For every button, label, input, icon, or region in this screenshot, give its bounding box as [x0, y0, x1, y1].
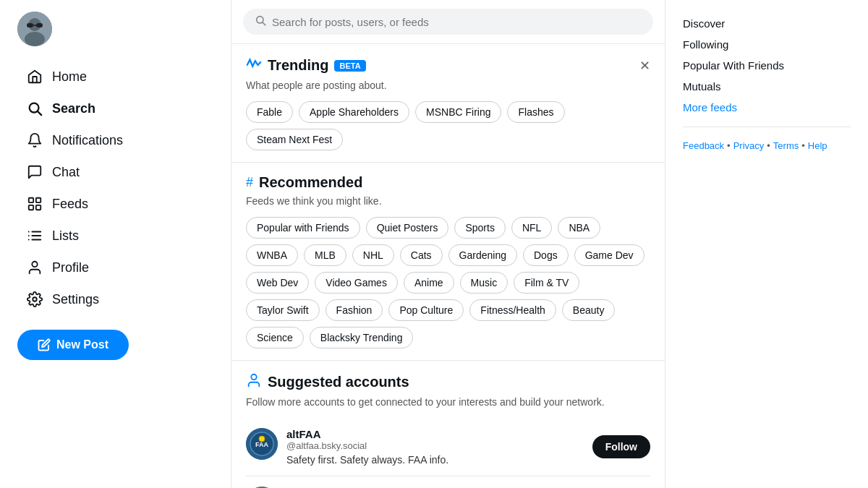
- search-input[interactable]: [272, 16, 642, 28]
- rec-pill-13[interactable]: Video Games: [315, 272, 398, 294]
- trending-header: Trending BETA ✕: [246, 56, 650, 75]
- rec-pill-23[interactable]: Blacksky Trending: [310, 327, 414, 348]
- suggested-header: Suggested accounts: [246, 372, 650, 392]
- main-nav: Home Search Notifications: [17, 61, 132, 315]
- right-link-following[interactable]: Following: [683, 35, 851, 53]
- rec-pill-11[interactable]: Game Dev: [574, 244, 644, 266]
- chat-icon: [26, 163, 43, 181]
- sidebar-label-search: Search: [52, 101, 95, 116]
- trending-title-group: Trending BETA: [246, 56, 366, 75]
- avatar: [17, 12, 52, 46]
- right-link-popular-friends[interactable]: Popular With Friends: [683, 56, 851, 74]
- trending-pill-steam[interactable]: Steam Next Fest: [246, 129, 343, 150]
- feeds-icon: [26, 195, 43, 213]
- rec-pill-20[interactable]: Fitness/Health: [469, 299, 556, 321]
- trending-pill-apple[interactable]: Apple Shareholders: [299, 101, 409, 123]
- rec-pill-10[interactable]: Dogs: [523, 244, 569, 266]
- right-link-discover[interactable]: Discover: [683, 14, 851, 33]
- suggested-title: Suggested accounts: [268, 374, 409, 390]
- rec-pill-19[interactable]: Pop Culture: [388, 299, 464, 321]
- account-card-1: Midwest Hiker @bladezmom.bsky.social Out…: [246, 476, 650, 488]
- svg-text:FAA: FAA: [255, 441, 269, 448]
- rec-pill-1[interactable]: Quiet Posters: [366, 217, 449, 239]
- svg-point-2: [25, 32, 45, 46]
- account-info-0: altFAA @altfaa.bsky.social Safety first.…: [286, 428, 584, 466]
- sidebar-label-notifications: Notifications: [52, 133, 123, 148]
- search-bar-wrap: [231, 0, 665, 44]
- sidebar-item-search[interactable]: Search: [17, 93, 132, 124]
- footer-separator-3: •: [801, 140, 805, 151]
- svg-line-21: [263, 22, 265, 25]
- svg-rect-9: [36, 198, 41, 202]
- trending-subtitle: What people are posting about.: [246, 80, 650, 91]
- sidebar-label-chat: Chat: [52, 165, 80, 180]
- new-post-button[interactable]: New Post: [17, 330, 129, 360]
- trending-pill-flashes[interactable]: Flashes: [507, 101, 564, 123]
- account-card-0: FAA altFAA @altfaa.bsky.social Safety fi…: [246, 418, 650, 476]
- right-link-more-feeds[interactable]: More feeds: [683, 98, 851, 116]
- right-link-mutuals[interactable]: Mutuals: [683, 77, 851, 95]
- right-sidebar: Discover Following Popular With Friends …: [665, 0, 868, 488]
- home-icon: [26, 68, 43, 85]
- trending-pill-fable[interactable]: Fable: [246, 101, 293, 123]
- footer-privacy-link[interactable]: Privacy: [733, 140, 765, 151]
- rec-pill-5[interactable]: WNBA: [246, 244, 298, 266]
- account-name-0: altFAA: [286, 428, 584, 440]
- account-handle-0: @altfaa.bsky.social: [286, 440, 584, 451]
- rec-pill-17[interactable]: Taylor Swift: [246, 299, 320, 321]
- sidebar-item-home[interactable]: Home: [17, 61, 132, 93]
- lists-icon: [26, 227, 43, 244]
- search-bar[interactable]: [243, 9, 653, 35]
- rec-pill-12[interactable]: Web Dev: [246, 272, 309, 294]
- sidebar-label-profile: Profile: [52, 260, 89, 275]
- rec-pill-8[interactable]: Cats: [400, 244, 443, 266]
- rec-pill-3[interactable]: NFL: [511, 217, 552, 239]
- trending-pill-msnbc[interactable]: MSNBC Firing: [415, 101, 501, 123]
- rec-pill-18[interactable]: Fashion: [326, 299, 383, 321]
- sidebar-item-settings[interactable]: Settings: [17, 283, 132, 315]
- recommended-pills: Popular with Friends Quiet Posters Sport…: [246, 217, 650, 348]
- svg-rect-11: [36, 205, 41, 210]
- suggested-subtitle: Follow more accounts to get connected to…: [246, 396, 650, 408]
- svg-point-26: [259, 436, 265, 442]
- rec-pill-14[interactable]: Anime: [404, 272, 454, 294]
- account-avatar-0[interactable]: FAA: [246, 428, 278, 460]
- search-icon: [26, 100, 43, 117]
- left-sidebar: Home Search Notifications: [0, 0, 231, 488]
- svg-line-7: [38, 111, 41, 115]
- user-avatar-wrap[interactable]: [17, 12, 52, 46]
- sidebar-item-chat[interactable]: Chat: [17, 156, 132, 188]
- follow-button-0[interactable]: Follow: [592, 435, 650, 458]
- recommended-header: # Recommended: [246, 174, 650, 191]
- trending-close-button[interactable]: ✕: [639, 59, 650, 72]
- footer-terms-link[interactable]: Terms: [773, 140, 799, 151]
- search-icon-main: [255, 14, 266, 29]
- svg-rect-8: [29, 198, 33, 202]
- sidebar-item-profile[interactable]: Profile: [17, 252, 132, 283]
- rec-pill-2[interactable]: Sports: [454, 217, 505, 239]
- suggested-section: Suggested accounts Follow more accounts …: [231, 361, 665, 488]
- rec-pill-22[interactable]: Science: [246, 327, 304, 348]
- footer-help-link[interactable]: Help: [808, 140, 827, 151]
- right-footer: Feedback • Privacy • Terms • Help: [683, 140, 851, 151]
- sidebar-item-feeds[interactable]: Feeds: [17, 188, 132, 220]
- rec-pill-16[interactable]: Film & TV: [514, 272, 579, 294]
- svg-point-19: [33, 297, 37, 301]
- svg-point-22: [251, 374, 256, 380]
- sidebar-item-notifications[interactable]: Notifications: [17, 124, 132, 156]
- rec-pill-15[interactable]: Music: [460, 272, 509, 294]
- rec-pill-9[interactable]: Gardening: [448, 244, 517, 266]
- rec-pill-7[interactable]: NHL: [352, 244, 394, 266]
- hashtag-icon: #: [246, 175, 253, 190]
- recommended-section: # Recommended Feeds we think you might l…: [231, 163, 665, 361]
- svg-point-18: [32, 262, 37, 267]
- rec-pill-21[interactable]: Beauty: [562, 299, 616, 321]
- rec-pill-6[interactable]: MLB: [304, 244, 346, 266]
- footer-feedback-link[interactable]: Feedback: [683, 140, 724, 151]
- sidebar-label-feeds: Feeds: [52, 197, 88, 212]
- rec-pill-4[interactable]: NBA: [558, 217, 600, 239]
- profile-icon: [26, 259, 43, 276]
- rec-pill-0[interactable]: Popular with Friends: [246, 217, 360, 239]
- sidebar-item-lists[interactable]: Lists: [17, 220, 132, 252]
- trending-title: Trending: [268, 57, 328, 74]
